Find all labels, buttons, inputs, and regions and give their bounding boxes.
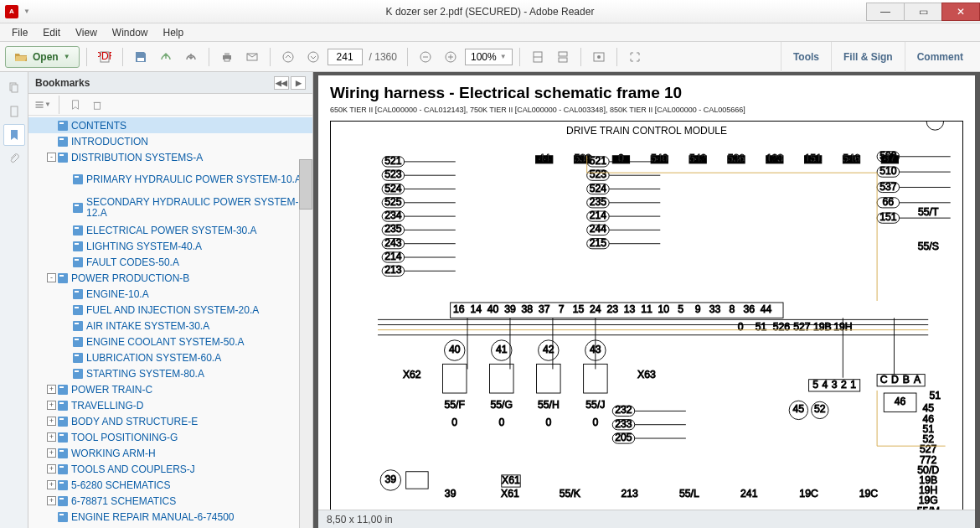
page-number-input[interactable] (328, 49, 363, 65)
bookmark-item[interactable]: +TOOL POSITIONING-G (28, 429, 312, 445)
app-menu-dropdown[interactable]: ▼ (23, 8, 30, 15)
svg-text:PDF: PDF (98, 50, 111, 62)
bookmark-label: STARTING SYSTEM-80.A (86, 368, 204, 380)
page-total-label: / 1360 (369, 51, 397, 63)
svg-text:234: 234 (384, 210, 402, 221)
create-pdf-button[interactable]: PDF (94, 46, 116, 68)
page-down-button[interactable] (302, 46, 324, 68)
bookmark-item[interactable]: +WORKING ARM-H (28, 445, 312, 461)
zoom-level-select[interactable]: 100%▼ (465, 49, 513, 65)
upload-button[interactable] (155, 46, 177, 68)
bookmark-options-button[interactable]: ▼ (34, 96, 52, 114)
scrollbar-thumb[interactable] (299, 159, 312, 210)
print-button[interactable] (216, 46, 238, 68)
bookmark-item[interactable]: CONTENTS (28, 117, 312, 133)
zoom-out-button[interactable] (415, 46, 436, 68)
tools-panel-button[interactable]: Tools (781, 42, 831, 72)
tree-toggle[interactable]: - (47, 273, 56, 282)
tree-toggle[interactable]: + (47, 480, 56, 489)
bookmark-item[interactable]: FAULT CODES-50.A (28, 254, 312, 270)
menu-window[interactable]: Window (106, 25, 155, 40)
bookmark-icon (73, 305, 83, 315)
fit-page-button[interactable] (527, 46, 549, 68)
pdf-page[interactable]: Wiring harness - Electrical schematic fr… (318, 75, 975, 510)
bookmark-item[interactable]: ENGINE-10.A (28, 286, 312, 302)
bookmark-next-button[interactable]: ▶ (291, 76, 306, 90)
bookmark-prev-button[interactable]: ◀◀ (274, 76, 289, 90)
email-button[interactable] (241, 46, 263, 68)
fullscreen-button[interactable] (624, 46, 646, 68)
svg-text:55/T: 55/T (918, 206, 939, 218)
bookmark-item[interactable]: STARTING SYSTEM-80.A (28, 365, 312, 381)
bookmark-item[interactable]: +BODY AND STRUCTURE-E (28, 413, 312, 429)
toolbar: Open ▼ PDF / 1360 100%▼ Tools Fill & Sig… (0, 42, 980, 72)
tree-toggle[interactable]: + (47, 417, 56, 426)
zoom-in-button[interactable] (440, 46, 462, 68)
bookmark-item[interactable]: +POWER TRAIN-C (28, 381, 312, 397)
menu-view[interactable]: View (69, 25, 104, 40)
menu-help[interactable]: Help (157, 25, 191, 40)
svg-text:521: 521 (590, 155, 607, 167)
close-button[interactable]: ✕ (941, 3, 980, 21)
thumbnails-icon[interactable] (3, 77, 25, 99)
bookmark-label: FUEL AND INJECTION SYSTEM-20.A (86, 304, 259, 316)
bookmark-item[interactable]: -DISTRIBUTION SYSTEMS-A (28, 149, 312, 165)
bookmark-item[interactable]: -POWER PRODUCTION-B (28, 270, 312, 286)
bookmark-icon (73, 174, 83, 184)
menu-edit[interactable]: Edit (36, 25, 67, 40)
bookmark-item[interactable]: LIGHTING SYSTEM-40.A (28, 238, 312, 254)
svg-text:46: 46 (895, 396, 906, 407)
maximize-button[interactable]: ▭ (904, 3, 942, 21)
svg-text:214: 214 (384, 251, 402, 262)
bookmark-icon (58, 273, 68, 283)
tree-toggle[interactable]: + (47, 401, 56, 410)
bookmarks-tree[interactable]: CONTENTSINTRODUCTION-DISTRIBUTION SYSTEM… (28, 116, 312, 528)
bookmarks-icon[interactable] (3, 124, 25, 146)
svg-text:51: 51 (930, 390, 941, 401)
bookmark-item[interactable]: ELECTRICAL POWER SYSTEM-30.A (28, 222, 312, 238)
bookmark-label: ENGINE REPAIR MANUAL-6-74500 (71, 511, 235, 523)
bookmark-item[interactable]: +6-78871 SCHEMATICS (28, 493, 312, 509)
bookmark-item[interactable]: ENGINE COOLANT SYSTEM-50.A (28, 334, 312, 349)
bookmark-item[interactable]: ENGINE REPAIR MANUAL-6-74500 (28, 509, 312, 525)
tree-toggle[interactable]: - (47, 153, 56, 162)
tree-toggle[interactable]: + (47, 432, 56, 442)
tree-toggle[interactable]: + (47, 448, 56, 458)
bookmark-item[interactable]: LUBRICATION SYSTEM-60.A (28, 349, 312, 365)
bookmark-item[interactable]: SECONDARY HYDRAULIC POWER SYSTEM-12.A (28, 194, 312, 222)
bookmark-item[interactable]: FUEL AND INJECTION SYSTEM-20.A (28, 302, 312, 318)
page-nav-icon[interactable] (3, 101, 25, 122)
fill-sign-panel-button[interactable]: Fill & Sign (831, 42, 905, 72)
bookmark-item[interactable]: +TRAVELLING-D (28, 397, 312, 413)
scrollbar-track[interactable] (299, 159, 312, 528)
bookmark-item[interactable]: +5-6280 SCHEMATICS (28, 477, 312, 493)
download-button[interactable] (180, 46, 202, 68)
attachments-icon[interactable] (3, 148, 25, 169)
scroll-mode-button[interactable] (552, 46, 574, 68)
bookmark-item[interactable]: PRIMARY HYDRAULIC POWER SYSTEM-10.A (28, 165, 312, 194)
save-button[interactable] (130, 46, 152, 68)
svg-rect-129 (537, 364, 561, 393)
open-button[interactable]: Open ▼ (5, 46, 80, 68)
svg-rect-4 (224, 53, 230, 55)
tree-toggle[interactable]: + (47, 496, 56, 505)
svg-text:5: 5 (678, 303, 683, 315)
page-up-button[interactable] (277, 46, 299, 68)
delete-bookmark-button[interactable] (88, 96, 106, 114)
bookmark-item[interactable]: INTRODUCTION (28, 133, 312, 149)
minimize-button[interactable]: — (866, 3, 905, 21)
svg-text:536: 536 (728, 153, 745, 164)
tree-toggle[interactable]: + (47, 385, 56, 394)
read-mode-button[interactable] (588, 46, 610, 68)
menu-file[interactable]: File (5, 25, 34, 40)
separator (519, 48, 520, 66)
new-bookmark-button[interactable] (66, 96, 85, 114)
comment-panel-button[interactable]: Comment (905, 42, 975, 72)
svg-text:55/S: 55/S (918, 241, 939, 252)
bookmark-item[interactable]: +TOOLS AND COUPLERS-J (28, 461, 312, 477)
bookmark-item[interactable]: AIR INTAKE SYSTEM-30.A (28, 318, 312, 334)
bookmark-icon (73, 337, 83, 347)
bookmark-label: POWER TRAIN-C (71, 384, 152, 396)
tree-toggle[interactable]: + (47, 464, 56, 474)
svg-text:526: 526 (773, 321, 791, 333)
